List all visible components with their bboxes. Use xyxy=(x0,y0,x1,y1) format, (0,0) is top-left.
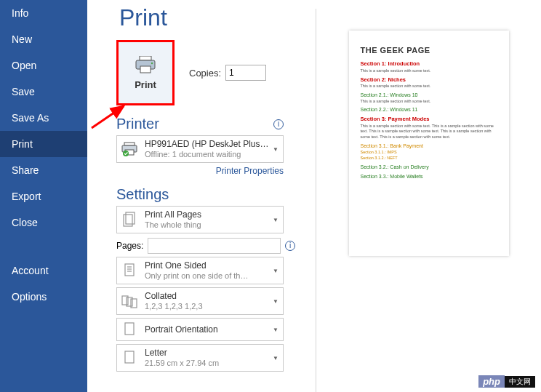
svg-rect-10 xyxy=(125,264,134,276)
preview-body: This is a sample section with some text. xyxy=(361,68,497,74)
preview-subsubsection: Section 3.1.2.: NEFT xyxy=(361,156,497,161)
chevron-down-icon: ▼ xyxy=(273,146,278,153)
sidebar-item-options[interactable]: Options xyxy=(0,284,87,310)
chevron-down-icon: ▼ xyxy=(273,268,278,274)
chevron-down-icon: ▼ xyxy=(273,355,278,361)
preview-subsubsection: Section 3.1.1.: IMPS xyxy=(361,150,497,156)
print-what-dropdown[interactable]: Print All Pages The whole thing ▼ xyxy=(116,206,284,233)
preview-section: Section 3: Payment Modes xyxy=(361,116,497,124)
printer-section-label: Printer xyxy=(116,116,159,132)
collate-line2: 1,2,3 1,2,3 1,2,3 xyxy=(145,302,280,312)
svg-rect-2 xyxy=(140,66,151,73)
collate-line1: Collated xyxy=(145,291,280,302)
printer-status-icon xyxy=(120,142,139,156)
printer-status: Offline: 1 document waiting xyxy=(145,150,280,160)
print-what-line2: The whole thing xyxy=(145,220,280,231)
print-button-label: Print xyxy=(135,79,156,90)
chevron-down-icon: ▼ xyxy=(273,327,278,333)
sidebar-item-close[interactable]: Close xyxy=(0,209,87,236)
sidebar-item-save[interactable]: Save xyxy=(0,79,87,105)
sidebar-item-share[interactable]: Share xyxy=(0,157,87,183)
watermark: php 中文网 xyxy=(478,375,535,388)
portrait-icon xyxy=(120,321,139,337)
preview-heading: THE GEEK PAGE xyxy=(361,45,497,56)
page-title: Print xyxy=(116,4,313,31)
sides-line2: Only print on one side of th… xyxy=(145,271,280,281)
sidebar-item-export[interactable]: Export xyxy=(0,183,87,209)
paper-dropdown[interactable]: Letter 21.59 cm x 27.94 cm ▼ xyxy=(116,344,284,372)
svg-rect-8 xyxy=(126,212,135,224)
pages-label: Pages: xyxy=(116,241,143,251)
page-blank-icon xyxy=(120,350,139,366)
svg-rect-0 xyxy=(140,56,151,60)
printer-dropdown[interactable]: HP991AED (HP DeskJet Plus… Offline: 1 do… xyxy=(116,135,284,163)
page-single-icon xyxy=(120,262,139,279)
watermark-cn: 中文网 xyxy=(505,376,535,388)
printer-icon xyxy=(134,56,157,73)
sidebar-item-info[interactable]: Info xyxy=(0,0,87,26)
preview-subsection: Section 3.1.: Bank Payment xyxy=(361,143,497,150)
preview-page: THE GEEK PAGE Section 1: Introduction Th… xyxy=(349,31,509,256)
svg-point-7 xyxy=(123,151,129,156)
preview-subsection: Section 3.2.: Cash on Delivery xyxy=(361,164,497,171)
sidebar-item-account[interactable]: Account xyxy=(0,257,87,284)
preview-section: Section 2: Niches xyxy=(361,76,497,84)
sidebar-item-saveas[interactable]: Save As xyxy=(0,105,87,131)
orientation-line1: Portrait Orientation xyxy=(145,324,280,335)
sidebar-item-print[interactable]: Print xyxy=(0,131,87,157)
watermark-php: php xyxy=(478,375,505,388)
copies-input[interactable] xyxy=(225,65,266,81)
orientation-dropdown[interactable]: Portrait Orientation ▼ xyxy=(116,318,284,341)
print-button[interactable]: Print xyxy=(116,40,175,105)
copies-label: Copies: xyxy=(189,68,221,79)
pages-input[interactable] xyxy=(148,238,281,254)
svg-rect-18 xyxy=(125,351,134,363)
settings-section-label: Settings xyxy=(116,186,169,203)
chevron-down-icon: ▼ xyxy=(273,298,278,305)
svg-rect-4 xyxy=(124,143,135,145)
preview-body: This is a sample section with some text.… xyxy=(361,124,497,140)
svg-rect-9 xyxy=(124,215,132,226)
collate-icon xyxy=(120,293,139,309)
paper-line2: 21.59 cm x 27.94 cm xyxy=(145,359,280,369)
preview-body: This is a sample section with some text. xyxy=(361,99,497,105)
svg-point-3 xyxy=(151,62,153,63)
paper-line1: Letter xyxy=(145,348,280,359)
sidebar-item-open[interactable]: Open xyxy=(0,52,87,79)
preview-subsection: Section 2.1.: Windows 10 xyxy=(361,92,497,99)
sidebar-item-new[interactable]: New xyxy=(0,26,87,52)
preview-subsection: Section 3.3.: Mobile Wallets xyxy=(361,173,497,180)
pages-stack-icon xyxy=(120,211,139,228)
printer-info-icon[interactable]: i xyxy=(273,119,284,129)
sides-dropdown[interactable]: Print One Sided Only print on one side o… xyxy=(116,257,284,284)
svg-rect-17 xyxy=(125,323,134,335)
sides-line1: Print One Sided xyxy=(145,260,280,271)
collate-dropdown[interactable]: Collated 1,2,3 1,2,3 1,2,3 ▼ xyxy=(116,287,284,315)
print-what-line1: Print All Pages xyxy=(145,209,280,220)
preview-section: Section 1: Introduction xyxy=(361,60,497,68)
backstage-sidebar: Info New Open Save Save As Print Share E… xyxy=(0,0,87,392)
pages-info-icon[interactable]: i xyxy=(285,241,295,251)
printer-properties-link[interactable]: Printer Properties xyxy=(116,166,284,176)
printer-name: HP991AED (HP DeskJet Plus… xyxy=(145,139,280,150)
preview-body: This is a sample section with some text. xyxy=(361,84,497,89)
chevron-down-icon: ▼ xyxy=(273,217,278,223)
print-preview: THE GEEK PAGE Section 1: Introduction Th… xyxy=(316,9,541,392)
preview-subsection: Section 2.2.: Windows 11 xyxy=(361,106,497,113)
print-panel: Print Print Copies: Printer i xyxy=(87,0,541,392)
